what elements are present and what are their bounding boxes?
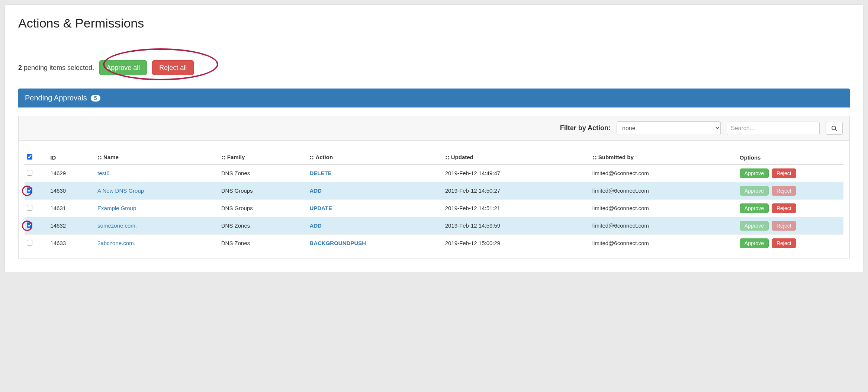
cell-updated: 2019-Feb-12 14:59:59 — [443, 217, 590, 234]
svg-point-0 — [832, 126, 836, 130]
col-action[interactable]: Action — [307, 151, 443, 164]
row-checkbox[interactable] — [27, 170, 32, 176]
cell-family: DNS Groups — [219, 182, 308, 199]
row-checkbox[interactable] — [27, 222, 32, 228]
cell-name[interactable]: Example Group — [95, 199, 219, 217]
reject-button[interactable]: Reject — [772, 221, 796, 231]
sort-icon — [309, 155, 314, 161]
approve-button[interactable]: Approve — [740, 186, 769, 196]
cell-updated: 2019-Feb-12 14:51:21 — [443, 199, 590, 217]
approve-all-button[interactable]: Approve all — [99, 60, 147, 75]
cell-updated: 2019-Feb-12 14:49:47 — [443, 164, 590, 182]
row-checkbox[interactable] — [27, 240, 32, 245]
table-row: 146332abczone.com.DNS ZonesBACKGROUNDPUS… — [25, 234, 843, 252]
cell-action-text: ADD — [309, 222, 322, 229]
col-name[interactable]: Name — [95, 151, 219, 164]
pending-count-text: 2 pending items selected. — [18, 64, 94, 72]
approve-button[interactable]: Approve — [740, 238, 769, 248]
cell-id: 14630 — [48, 182, 95, 199]
cell-action-text: DELETE — [309, 170, 331, 176]
approvals-table-container: ID Name Family Action Updated — [18, 141, 850, 258]
col-id[interactable]: ID — [48, 151, 95, 164]
cell-options: ApproveReject — [737, 182, 843, 199]
reject-button[interactable]: Reject — [772, 186, 796, 196]
cell-id: 14632 — [48, 217, 95, 234]
cell-action-text: UPDATE — [309, 205, 332, 211]
cell-name[interactable]: test6. — [95, 164, 219, 182]
sort-icon — [445, 155, 450, 161]
table-row: 14629test6.DNS ZonesDELETE2019-Feb-12 14… — [25, 164, 843, 182]
cell-submitted-by: limited@6connect.com — [590, 199, 737, 217]
cell-action-text: ADD — [309, 187, 322, 194]
reject-all-button[interactable]: Reject all — [152, 60, 194, 75]
cell-name-text[interactable]: test6. — [97, 170, 111, 176]
col-family[interactable]: Family — [219, 151, 308, 164]
approve-button[interactable]: Approve — [740, 221, 769, 231]
cell-updated: 2019-Feb-12 15:00:29 — [443, 234, 590, 252]
cell-submitted-by: limited@6connect.com — [590, 234, 737, 252]
cell-family: DNS Zones — [219, 234, 308, 252]
page-title: Actions & Permissions — [18, 16, 850, 30]
sort-icon — [592, 155, 597, 161]
reject-button[interactable]: Reject — [772, 168, 796, 178]
reject-button[interactable]: Reject — [772, 203, 796, 213]
sort-icon — [97, 155, 102, 161]
approvals-table: ID Name Family Action Updated — [25, 151, 843, 252]
col-submitted-by[interactable]: Submitted by — [590, 151, 737, 164]
filter-label: Filter by Action: — [560, 124, 611, 132]
search-icon — [831, 125, 837, 131]
cell-name-text[interactable]: somezone.com. — [97, 222, 137, 229]
cell-updated: 2019-Feb-12 14:50:27 — [443, 182, 590, 199]
cell-name[interactable]: 2abczone.com. — [95, 234, 219, 252]
section-title: Pending Approvals — [25, 94, 87, 102]
reject-button[interactable]: Reject — [772, 238, 796, 248]
cell-name-text[interactable]: A New DNS Group — [97, 187, 144, 194]
cell-name[interactable]: A New DNS Group — [95, 182, 219, 199]
filter-action-select[interactable]: none — [617, 121, 721, 135]
cell-action-text: BACKGROUNDPUSH — [309, 240, 366, 246]
cell-family: DNS Zones — [219, 164, 308, 182]
col-options: Options — [737, 151, 843, 164]
cell-family: DNS Zones — [219, 217, 308, 234]
approve-button[interactable]: Approve — [740, 168, 769, 178]
search-input[interactable] — [727, 122, 820, 135]
cell-family: DNS Groups — [219, 199, 308, 217]
select-all-checkbox[interactable] — [27, 154, 32, 160]
cell-action: DELETE — [307, 164, 443, 182]
row-checkbox[interactable] — [27, 187, 32, 193]
table-row: 14630A New DNS GroupDNS GroupsADD2019-Fe… — [25, 182, 843, 199]
cell-submitted-by: limited@6connect.com — [590, 164, 737, 182]
cell-submitted-by: limited@6connect.com — [590, 217, 737, 234]
cell-name-text[interactable]: 2abczone.com. — [97, 240, 135, 246]
row-checkbox[interactable] — [27, 205, 32, 211]
cell-options: ApproveReject — [737, 199, 843, 217]
bulk-action-bar: 2 pending items selected. Approve all Re… — [18, 60, 850, 75]
svg-line-1 — [835, 129, 837, 131]
table-row: 14631Example GroupDNS GroupsUPDATE2019-F… — [25, 199, 843, 217]
sort-icon — [221, 155, 226, 161]
cell-options: ApproveReject — [737, 164, 843, 182]
approve-button[interactable]: Approve — [740, 203, 769, 213]
cell-id: 14631 — [48, 199, 95, 217]
main-panel: Actions & Permissions 2 pending items se… — [4, 4, 864, 272]
cell-name-text[interactable]: Example Group — [97, 205, 136, 211]
cell-action: ADD — [307, 182, 443, 199]
cell-submitted-by: limited@6connect.com — [590, 182, 737, 199]
cell-name[interactable]: somezone.com. — [95, 217, 219, 234]
cell-options: ApproveReject — [737, 234, 843, 252]
cell-action: BACKGROUNDPUSH — [307, 234, 443, 252]
cell-action: UPDATE — [307, 199, 443, 217]
pending-count-badge: 5 — [91, 95, 100, 102]
cell-id: 14633 — [48, 234, 95, 252]
table-row: 14632somezone.com.DNS ZonesADD2019-Feb-1… — [25, 217, 843, 234]
pending-approvals-header: Pending Approvals 5 — [18, 89, 850, 107]
filter-bar: Filter by Action: none — [18, 116, 850, 141]
cell-options: ApproveReject — [737, 217, 843, 234]
cell-id: 14629 — [48, 164, 95, 182]
col-updated[interactable]: Updated — [443, 151, 590, 164]
search-button[interactable] — [826, 122, 843, 135]
cell-action: ADD — [307, 217, 443, 234]
